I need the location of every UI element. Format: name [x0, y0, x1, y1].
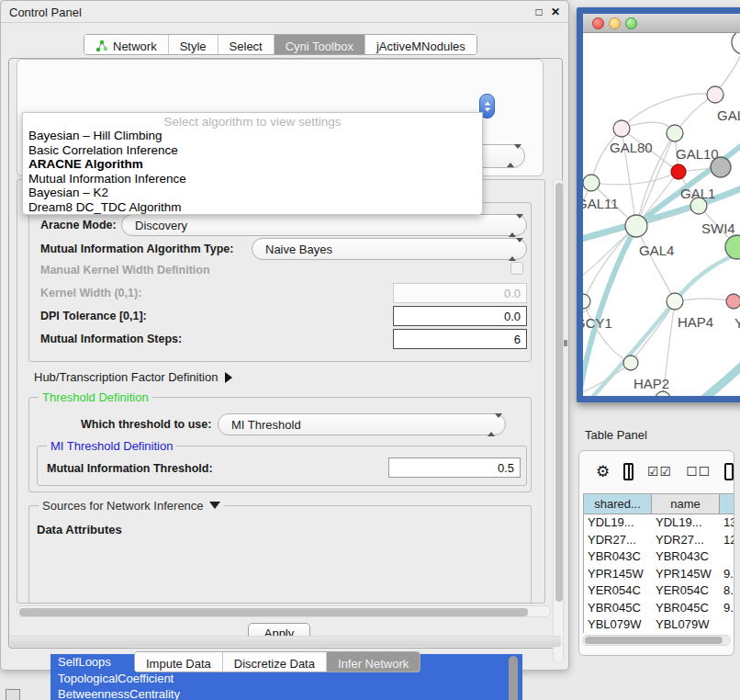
mi-threshold-group: MI Threshold Definition Mutual Informati…	[37, 446, 527, 486]
network-node-hap2[interactable]	[623, 356, 638, 370]
show-columns-icon[interactable]: ☑☑	[647, 464, 672, 479]
table-row[interactable]: YDR27...YDR27...12.	[584, 532, 734, 549]
tab-select[interactable]: Select	[219, 35, 275, 54]
tab-impute-data[interactable]: Impute Data	[135, 652, 223, 672]
table-row[interactable]: YBR043CYBR043C	[584, 548, 734, 566]
mi-type-combo[interactable]: Naive Bayes	[252, 238, 527, 260]
node-label: GAL	[717, 107, 740, 123]
vertical-scrollbar-thumb[interactable]	[555, 183, 563, 602]
table-cell: YER054C	[652, 582, 720, 600]
mi-threshold-label: Mutual Information Threshold:	[47, 462, 213, 475]
aracne-mode-combo[interactable]: Discovery	[121, 214, 527, 236]
which-threshold-value: MI Threshold	[231, 418, 301, 432]
panel-divider-handle[interactable]	[564, 340, 567, 346]
table-horizontal-scrollbar[interactable]	[582, 635, 731, 646]
network-node-gal[interactable]	[707, 86, 723, 103]
split-view-icon[interactable]	[623, 463, 633, 480]
table-cell: YBR045C	[584, 600, 652, 617]
gear-icon[interactable]: ⚙	[596, 462, 610, 480]
mi-threshold-field[interactable]: 0.5	[388, 457, 521, 478]
node-label: GAL4	[639, 243, 674, 258]
minimize-traffic-light-icon[interactable]	[609, 17, 621, 29]
hide-columns-icon[interactable]: ☐☐	[686, 464, 711, 479]
mi-type-value: Naive Bayes	[265, 243, 332, 256]
algorithm-option[interactable]: Mutual Information Inference	[23, 172, 482, 186]
network-node-gal4[interactable]	[625, 215, 647, 237]
network-node[interactable]	[725, 235, 740, 259]
network-node-gal80[interactable]	[613, 120, 630, 137]
algorithm-option[interactable]: Bayesian – Hill Climbing	[23, 129, 482, 143]
dpi-tolerance-field[interactable]: 0.0	[393, 306, 527, 326]
collapsed-panel-icon[interactable]	[6, 689, 20, 700]
network-node[interactable]	[711, 157, 731, 177]
algorithm-option[interactable]: Dream8 DC_TDC Algorithm	[23, 200, 482, 215]
tab-cyni-toolbox[interactable]: Cyni Toolbox	[275, 35, 365, 54]
table-header-row: shared...nameA	[584, 494, 734, 514]
horizontal-scrollbar-thumb[interactable]	[19, 608, 528, 616]
table-row[interactable]: YBL079WYBL079W	[584, 616, 734, 633]
which-threshold-combo[interactable]: MI Threshold	[218, 413, 506, 435]
algorithm-option[interactable]: Basic Correlation Inference	[23, 143, 482, 158]
column-header-name[interactable]: name	[652, 494, 720, 514]
attributes-scrollbar[interactable]	[509, 656, 518, 700]
network-view-window[interactable]: GALGAL80GAL10GAL1GAL11SWI4GAL4GCY1HAP4YH…	[577, 7, 740, 402]
stepper-icon	[507, 149, 516, 163]
new-column-icon[interactable]	[724, 463, 734, 480]
hub-definition-toggle[interactable]: Hub/Transcription Factor Definition	[34, 370, 232, 384]
algorithm-option[interactable]: Bayesian – K2	[23, 186, 482, 200]
network-node-gal1[interactable]	[671, 164, 686, 179]
column-header-shared[interactable]: shared...	[584, 494, 652, 514]
tab-label: Infer Network	[338, 657, 409, 671]
close-traffic-light-icon[interactable]	[592, 17, 604, 29]
table-cell: YBR045C	[652, 600, 720, 617]
network-node-hap4[interactable]	[667, 293, 683, 310]
table-body: YDL19...YDL19...13.YDR27...YDR27...12.YB…	[584, 514, 734, 633]
manual-kernel-checkbox[interactable]	[510, 262, 523, 275]
tab-label: Network	[113, 40, 157, 53]
horizontal-scrollbar[interactable]	[17, 605, 551, 617]
table-cell: YBR043C	[652, 548, 720, 566]
tab-label: Select	[230, 40, 263, 53]
table-cell: 8.	[720, 582, 734, 600]
tab-label: Discretize Data	[234, 657, 315, 671]
settings-scroll-area: gal4filtered.sif default node Cyni Algor…	[9, 59, 564, 649]
kernel-width-field[interactable]: 0.0	[393, 283, 527, 303]
tab-label: jActiveMNodules	[376, 40, 465, 53]
sources-group-title[interactable]: Sources for Network Inference	[39, 499, 224, 513]
dpi-tolerance-label: DPI Tolerance [0,1]:	[40, 310, 147, 322]
table-scrollbar-thumb[interactable]	[585, 637, 723, 644]
close-window-icon[interactable]: ✕	[548, 5, 563, 19]
network-node-y[interactable]	[726, 294, 740, 309]
attribute-list-item[interactable]: TopologicalCoefficient	[50, 671, 522, 687]
tab-network[interactable]: Network	[84, 35, 169, 54]
network-window-titlebar[interactable]	[583, 14, 740, 33]
mi-steps-field[interactable]: 6	[393, 329, 527, 349]
table-row[interactable]: YBR045CYBR045C9.	[584, 600, 734, 617]
vertical-scrollbar[interactable]	[553, 178, 564, 663]
network-node[interactable]	[732, 33, 740, 54]
mi-type-label: Mutual Information Algorithm Type:	[40, 243, 233, 255]
table-row[interactable]: YPR145WYPR145W9.	[584, 566, 734, 583]
attribute-list-item[interactable]: BetweennessCentrality	[50, 686, 522, 700]
threshold-definition-title: Threshold Definition	[39, 390, 152, 404]
network-node-gal10[interactable]	[667, 125, 683, 141]
node-table[interactable]: shared...nameA YDL19...YDL19...13.YDR27.…	[583, 493, 734, 633]
column-header-A[interactable]: A	[720, 494, 734, 514]
zoom-traffic-light-icon[interactable]	[625, 17, 637, 29]
network-canvas[interactable]: GALGAL80GAL10GAL1GAL11SWI4GAL4GCY1HAP4YH…	[583, 33, 740, 396]
network-node-swi4[interactable]	[690, 198, 707, 214]
table-row[interactable]: YER054CYER054C8.	[584, 582, 734, 600]
mi-steps-label: Mutual Information Steps:	[40, 333, 182, 345]
aracne-mode-value: Discovery	[135, 219, 187, 232]
tab-style[interactable]: Style	[169, 35, 219, 54]
network-node[interactable]	[656, 391, 670, 396]
network-node-gal11[interactable]	[583, 175, 600, 191]
algorithm-option[interactable]: ARACNE Algorithm	[23, 157, 482, 172]
float-window-icon[interactable]: □	[532, 5, 546, 19]
table-row[interactable]: YDL19...YDL19...13.	[584, 514, 734, 532]
cyni-bottom-tabs: Impute DataDiscretize DataInfer Network	[134, 651, 420, 672]
tab-jactivemnodules[interactable]: jActiveMNodules	[365, 35, 477, 54]
tab-infer-network[interactable]: Infer Network	[327, 652, 420, 672]
control-panel-titlebar: Control Panel □ ✕	[1, 1, 568, 23]
tab-discretize-data[interactable]: Discretize Data	[223, 652, 327, 672]
